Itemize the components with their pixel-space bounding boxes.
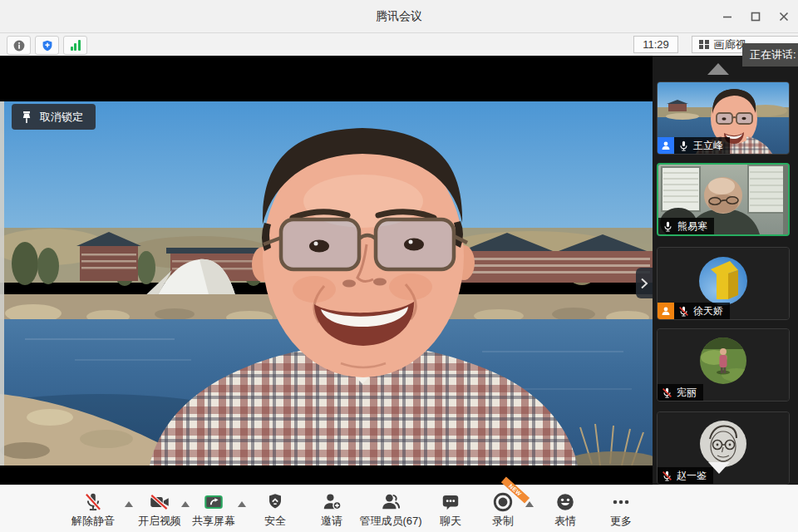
tool-label: 更多 [610, 514, 632, 529]
tool-label: 解除静音 [71, 514, 115, 529]
participant-tile-xianli[interactable]: 宪丽 [657, 328, 790, 401]
participant-name: 熊易寒 [677, 219, 707, 234]
scroll-down-arrow[interactable] [708, 462, 730, 474]
tool-label: 聊天 [440, 514, 461, 529]
minimize-button[interactable] [713, 0, 741, 33]
unpin-label: 取消锁定 [40, 110, 83, 125]
more-button[interactable]: 更多 [581, 490, 661, 529]
maximize-icon [751, 12, 761, 22]
participant-tile-xutianjiao[interactable]: 徐天娇 [657, 247, 790, 320]
participant-namebar: 王立峰 [658, 137, 730, 154]
participant-name: 王立峰 [693, 139, 723, 153]
members-icon [380, 491, 401, 513]
close-icon [779, 12, 789, 22]
meeting-toolbar: 解除静音 开启视频 共享屏幕 [0, 485, 798, 532]
tencent-meeting-window: 腾讯会议 [0, 0, 798, 532]
participant-namebar: 徐天娇 [658, 303, 730, 319]
meeting-status-bar: 11:29 画廊视 [0, 33, 798, 56]
scroll-up-arrow[interactable] [707, 63, 729, 75]
participant-namebar: 宪丽 [658, 384, 703, 401]
participant-tile-xiongyihan[interactable]: 熊易寒 [657, 163, 790, 236]
mic-muted-icon [662, 470, 672, 481]
tool-label: 录制 [492, 514, 514, 529]
participant-name: 宪丽 [677, 386, 697, 400]
shield-icon [42, 40, 53, 52]
maximize-button[interactable] [741, 0, 770, 33]
gallery-grid-icon [699, 40, 709, 50]
host-badge [658, 137, 674, 154]
main-video-feed [0, 101, 653, 466]
info-icon [13, 40, 25, 52]
security-shield-icon [265, 491, 285, 513]
title-bar: 腾讯会议 [0, 0, 798, 33]
meeting-timer: 11:29 [633, 36, 678, 53]
gallery-view-label: 画廊视 [714, 37, 746, 52]
minimize-icon [722, 12, 732, 22]
mic-on-icon [678, 140, 689, 151]
mic-muted-icon [678, 306, 689, 317]
meeting-info-button[interactable] [7, 36, 31, 55]
smiley-icon [554, 491, 576, 513]
participant-name: 徐天娇 [693, 304, 723, 318]
tool-label: 共享屏幕 [192, 514, 235, 529]
sidebar-collapse-handle[interactable] [636, 268, 653, 298]
participant-tile-wanglifeng[interactable]: 王立峰 [657, 81, 790, 155]
record-icon [492, 491, 514, 513]
person-icon [661, 306, 671, 316]
chevron-right-icon [639, 277, 649, 290]
window-title: 腾讯会议 [376, 9, 422, 24]
more-dots-icon [610, 491, 632, 513]
person-icon [661, 140, 671, 150]
invite-person-icon [321, 491, 342, 513]
close-button[interactable] [770, 0, 798, 33]
participant-namebar: 熊易寒 [658, 218, 714, 234]
participant-name: 赵一鉴 [677, 469, 707, 483]
network-signal-button[interactable] [63, 36, 87, 55]
cohost-badge [658, 303, 674, 319]
share-screen-icon [202, 491, 225, 513]
tool-label: 表情 [554, 514, 576, 529]
speaking-tooltip: 正在讲话: 熊 [742, 43, 798, 66]
main-video-stage: 取消锁定 [0, 56, 653, 485]
participants-sidebar: 王立峰 [653, 56, 798, 485]
pin-icon [21, 111, 32, 124]
mic-muted-icon [662, 387, 672, 398]
tool-label: 安全 [264, 514, 286, 529]
window-controls [713, 0, 798, 33]
status-icons [7, 36, 87, 55]
camera-muted-icon [148, 491, 171, 513]
network-signal-icon [71, 40, 81, 51]
unpin-button[interactable]: 取消锁定 [12, 104, 96, 130]
mic-on-icon [663, 221, 673, 232]
security-shield-button[interactable] [35, 36, 59, 55]
chat-bubble-icon [440, 491, 461, 513]
mic-muted-icon [82, 491, 104, 513]
tool-label: 邀请 [321, 514, 342, 529]
participant-namebar: 赵一鉴 [658, 467, 713, 484]
